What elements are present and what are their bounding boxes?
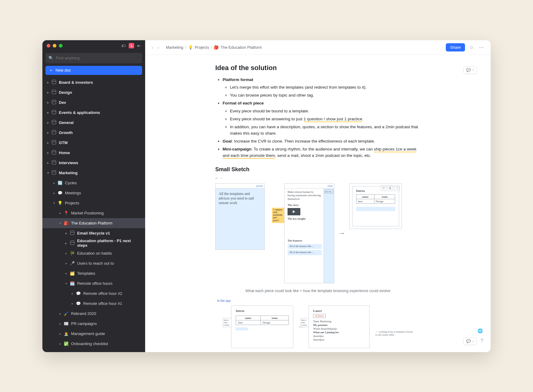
comments-pill-top[interactable]: 💬 ↑ <box>463 66 477 74</box>
caret-icon[interactable]: ▸ <box>64 252 68 255</box>
expand-icon[interactable]: ⤢ <box>394 185 400 191</box>
sidebar-item[interactable]: ▾🗓️Remote office hours <box>42 278 145 288</box>
sidebar-item[interactable]: ▸Home <box>42 148 145 158</box>
caret-icon[interactable]: ▾ <box>58 221 62 225</box>
sidebar-item[interactable]: ▸Interviews <box>42 158 145 168</box>
caret-icon[interactable]: ▸ <box>64 242 68 245</box>
caret-icon[interactable]: ▸ <box>46 131 50 134</box>
doc-icon <box>51 140 57 145</box>
caret-icon[interactable]: ▸ <box>46 101 50 104</box>
sidebar-item-label: Users to reach out to <box>77 261 114 266</box>
sidebar: 🏷︎ 1 ⇤ 🔍 ＋ New doc ▸Board & investors▸De… <box>42 40 145 352</box>
titlebar: 🏷︎ 1 ⇤ <box>42 40 145 51</box>
sidebar-tree[interactable]: ▸Board & investors▸Design▸Dev▸Events & a… <box>42 77 145 352</box>
caret-icon[interactable]: ▾ <box>46 171 50 175</box>
caret-icon[interactable]: ▸ <box>46 151 50 154</box>
nav-forward-icon[interactable]: › <box>156 44 160 51</box>
doc-icon <box>51 100 57 105</box>
sidebar-item[interactable]: ▸✅Onboarding checklist <box>42 339 145 349</box>
main-pane: ‹ › Marketing / 💡 Projects / 🎒 The Educa… <box>145 40 491 352</box>
caret-icon[interactable]: ▾ <box>64 282 68 285</box>
star-icon[interactable]: ☆ <box>468 43 475 51</box>
caret-icon[interactable]: ▸ <box>64 262 68 265</box>
caret-icon[interactable]: ▸ <box>46 121 50 124</box>
caret-icon[interactable]: ▸ <box>46 91 50 94</box>
sidebar-item[interactable]: ▸🗂️Templates <box>42 268 145 278</box>
search-field[interactable] <box>56 56 139 60</box>
caret-icon[interactable]: ▸ <box>64 231 68 235</box>
window-controls[interactable] <box>47 44 63 48</box>
sidebar-item[interactable]: ▸💬Remote office hour #2 <box>42 288 145 298</box>
sidebar-item[interactable]: ▸Events & applications <box>42 108 145 118</box>
doc-icon <box>69 231 75 236</box>
resize-icon[interactable]: ↔ <box>220 176 224 180</box>
sidebar-item-label: Management guide <box>71 331 105 336</box>
sidebar-item[interactable]: ▸General <box>42 118 145 128</box>
breadcrumb-crumb[interactable]: Marketing <box>166 45 183 50</box>
emoji-icon: 🔄 <box>57 181 63 185</box>
tag-icon[interactable]: 🏷︎ <box>121 43 126 48</box>
share-button[interactable]: Share <box>446 43 465 51</box>
caret-icon[interactable]: ▸ <box>46 81 50 84</box>
sidebar-item[interactable]: ▸Dev <box>42 97 145 108</box>
caret-icon[interactable]: ▸ <box>70 302 74 305</box>
caret-icon[interactable]: ▸ <box>58 322 62 325</box>
breadcrumb: Marketing / 💡 Projects / 🎒 The Education… <box>166 45 262 50</box>
refresh-icon[interactable]: ⟳ <box>381 185 386 191</box>
new-doc-button[interactable]: ＋ New doc <box>45 66 142 75</box>
sidebar-item[interactable]: ▾💡Projects <box>42 198 145 208</box>
caret-icon[interactable]: ▸ <box>58 211 62 215</box>
close-window-icon[interactable] <box>47 44 50 48</box>
sidebar-item[interactable]: ▸🎤Users to reach out to <box>42 258 145 268</box>
caret-icon[interactable]: ▸ <box>52 191 56 195</box>
more-icon[interactable]: ⋯ <box>478 43 485 51</box>
sidebar-item[interactable]: ▸📍Market Positioning <box>42 208 145 218</box>
sidebar-item[interactable]: ▸🔄Cycles <box>42 178 145 188</box>
maximize-window-icon[interactable] <box>59 44 63 48</box>
comments-pill-bottom[interactable]: 💬 ↓ <box>463 337 477 345</box>
drag-handle-icon[interactable]: ≡ <box>215 176 218 180</box>
sidebar-item[interactable]: ▸Board & investors <box>42 77 145 87</box>
search-input[interactable]: 🔍 <box>45 53 142 63</box>
heading-sketch: Small Sketch <box>215 166 420 173</box>
caret-icon[interactable]: ▸ <box>58 332 62 335</box>
document-content[interactable]: Idea of the solution Platform format Let… <box>145 55 491 352</box>
notification-badge[interactable]: 1 <box>129 43 134 48</box>
caret-icon[interactable]: ▸ <box>46 141 50 144</box>
caret-icon[interactable]: ▸ <box>70 292 74 295</box>
doc-icon <box>69 241 75 246</box>
globe-icon[interactable]: 🌐 <box>478 328 483 333</box>
sidebar-item[interactable]: ▸💬Meetings <box>42 188 145 198</box>
sidebar-item[interactable]: ▸👨‍💼Management guide <box>42 329 145 339</box>
breadcrumb-crumb[interactable]: Projects <box>195 45 209 50</box>
minimize-window-icon[interactable] <box>53 44 56 48</box>
sidebar-item[interactable]: ▸Growth <box>42 128 145 138</box>
caret-icon[interactable]: ▸ <box>46 161 50 164</box>
bullet-text: Every piece should be answering to just … <box>230 116 420 122</box>
caret-icon[interactable]: ▸ <box>52 181 56 185</box>
sidebar-item[interactable]: ▸Education platform - P1 next steps <box>42 238 145 248</box>
sidebar-item[interactable]: ▾Marketing <box>42 168 145 178</box>
caret-icon[interactable]: ▸ <box>64 272 68 275</box>
caret-icon[interactable]: ▸ <box>58 342 62 345</box>
caret-icon[interactable]: ▸ <box>46 111 50 114</box>
help-icon[interactable]: ? <box>481 338 483 344</box>
sidebar-item[interactable]: ▸📰PR campaigns <box>42 319 145 329</box>
bullet-label: Platform format <box>223 77 253 82</box>
sidebar-item[interactable]: ▸🖌️Rebrand 2020 <box>42 309 145 319</box>
doc-icon <box>51 120 57 125</box>
breadcrumb-crumb[interactable]: The Education Platform <box>220 45 262 50</box>
sidebar-item[interactable]: ▸Email lifecycle v1 <box>42 228 145 238</box>
sidebar-item[interactable]: ▸Design <box>42 87 145 97</box>
sidebar-item[interactable]: ▸💬Remote office hour #1 <box>42 298 145 309</box>
trash-icon[interactable]: 🗑 <box>388 185 393 191</box>
sidebar-item[interactable]: ▸🎋Education on habits <box>42 248 145 258</box>
nav-back-icon[interactable]: ‹ <box>151 44 155 51</box>
collapse-sidebar-icon[interactable]: ⇤ <box>137 43 141 48</box>
sidebar-item-label: Education platform - P1 next steps <box>77 238 142 248</box>
breadcrumb-separator: / <box>211 45 212 50</box>
sidebar-item[interactable]: ▾🎒The Education Platform <box>42 218 145 228</box>
caret-icon[interactable]: ▸ <box>58 312 62 315</box>
caret-icon[interactable]: ▾ <box>52 201 56 205</box>
sidebar-item[interactable]: ▸GTM <box>42 138 145 148</box>
